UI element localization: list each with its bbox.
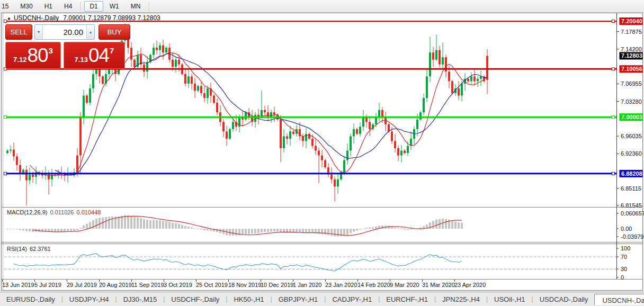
candle (334, 179, 336, 187)
candle (143, 65, 145, 72)
sell-price-pip: 3 (49, 46, 53, 55)
volume-input[interactable] (43, 25, 86, 39)
volume-stepper: ▼ ▲ (34, 24, 95, 40)
volume-increase-icon[interactable]: ▲ (86, 25, 94, 39)
timeframe-button-H4[interactable]: H4 (59, 1, 77, 12)
candle (292, 131, 294, 134)
one-click-trading-panel: SELL ▼ ▲ BUY 7.12 80 3 7.13 04 7 (5, 24, 125, 69)
candle (356, 129, 358, 134)
macd-label: MACD(12,26,9)0.0110260.010448 (7, 209, 101, 215)
candle (286, 136, 288, 139)
chart-title: ▲USDCNH-,Daily7.09001 7.12879 7.08993 7.… (7, 14, 160, 22)
timeframe-button-15[interactable]: 15 (0, 1, 14, 12)
timeframe-button-H1[interactable]: H1 (39, 1, 58, 12)
candle (350, 136, 352, 150)
candle (79, 117, 82, 155)
candle (222, 122, 225, 131)
candle (473, 76, 476, 81)
candle (108, 69, 110, 74)
toolbar-separator (149, 2, 149, 11)
candle (477, 79, 479, 82)
tab-dj30-m15[interactable]: DJ30-,M15 (117, 293, 164, 305)
candle (423, 98, 425, 112)
tab-usdjpy-h4[interactable]: USDJPY-,H4 (63, 293, 115, 305)
candle (172, 60, 174, 67)
tab-usdchf-daily[interactable]: USDCHF-,Daily (165, 293, 226, 305)
symbol-tabs: EURUSD-,Daily|USDJPY-,H4|DJ30-,M15|USDCH… (0, 293, 644, 305)
hline-handle[interactable] (612, 116, 615, 119)
candle (330, 175, 333, 179)
tab-usoil-h1[interactable]: USOil-,H1 (488, 293, 532, 305)
candle (394, 141, 396, 148)
candle (458, 88, 460, 96)
candle (315, 146, 317, 151)
hline-handle[interactable] (612, 172, 615, 175)
rsi-name: RSI(14) (7, 246, 27, 252)
tab-cadjpy-h1[interactable]: CADJPY-,H1 (326, 293, 378, 305)
timeframe-button-D1[interactable]: D1 (84, 1, 103, 12)
candle (130, 48, 132, 60)
price-tick-label: 7.03280 (621, 98, 642, 105)
rsi-tick-label: 30 (621, 266, 627, 272)
rsi-tick-label: 70 (621, 254, 627, 260)
date-label: 23 Jan 2020 (325, 282, 357, 288)
hline-handle[interactable] (4, 172, 7, 175)
candle (448, 71, 450, 81)
sell-price-tile[interactable]: 7.12 80 3 (5, 42, 61, 69)
sell-button[interactable]: SELL (5, 24, 32, 40)
collapse-triangle-icon[interactable]: ▲ (7, 16, 11, 21)
tab-eurusd-daily[interactable]: EURUSD-,Daily (0, 293, 61, 305)
candle (197, 86, 199, 91)
price-badge-text: 7.00003 (621, 114, 642, 120)
current-price-text: 7.12803 (621, 52, 642, 59)
buy-button[interactable]: BUY (99, 24, 130, 40)
candle (178, 60, 180, 65)
candle (318, 151, 320, 156)
candle (165, 48, 167, 52)
candle (397, 148, 399, 156)
price-tick-label: 6.81545 (621, 202, 642, 209)
tab-gbpjpy-h1[interactable]: GBPJPY-,H1 (272, 293, 325, 305)
candle (467, 79, 469, 82)
hline-handle[interactable] (4, 20, 7, 23)
candle (6, 151, 8, 154)
date-label: 1 Jan 2020 (293, 282, 321, 288)
candle (435, 50, 437, 60)
hline-handle[interactable] (612, 68, 615, 70)
candle (416, 120, 418, 129)
candle (407, 146, 409, 154)
timeframe-button-M30[interactable]: M30 (15, 1, 38, 12)
candle (146, 62, 148, 71)
candle (369, 122, 371, 129)
tab-usdcad-daily[interactable]: USDCAD-,Daily (533, 293, 595, 305)
macd-value-signal: 0.010448 (77, 209, 101, 215)
tab-eurchf-h1[interactable]: EURCHF-,H1 (380, 293, 434, 305)
candle (343, 160, 345, 173)
candle (16, 156, 18, 165)
rsi-tick-label: 100 (621, 245, 630, 251)
date-label: 23 Apr 2020 (454, 282, 486, 288)
candle (289, 131, 291, 139)
candle (353, 129, 355, 137)
candle (264, 110, 266, 113)
candle (133, 60, 136, 67)
candle (175, 60, 177, 67)
candle (194, 84, 196, 91)
candle (102, 76, 104, 84)
date-label: 31 Mar 2020 (422, 282, 455, 288)
candle (187, 76, 190, 84)
tab-usdcnh-daily[interactable]: USDCNH-,Daily (594, 294, 644, 305)
hline-handle[interactable] (4, 116, 7, 119)
timeframe-button-W1[interactable]: W1 (104, 1, 124, 12)
toolbar-separator (80, 2, 81, 11)
buy-price-tile[interactable]: 7.13 04 7 (64, 42, 125, 69)
mt4-terminal: 7.200407.100567.000036.882087.128037.178… (0, 0, 644, 306)
volume-decrease-icon[interactable]: ▼ (35, 25, 43, 39)
date-label: 13 Jun 2019 (2, 282, 34, 288)
hline-handle[interactable] (612, 20, 615, 23)
date-label: 20 Aug 2019 (99, 282, 132, 288)
timeframe-button-MN[interactable]: MN (126, 1, 146, 12)
tab-hk50-h1[interactable]: HK50-,H1 (227, 293, 270, 305)
candle (388, 124, 390, 132)
tab-jpn225-h4[interactable]: JPN225-,H4 (436, 293, 486, 305)
